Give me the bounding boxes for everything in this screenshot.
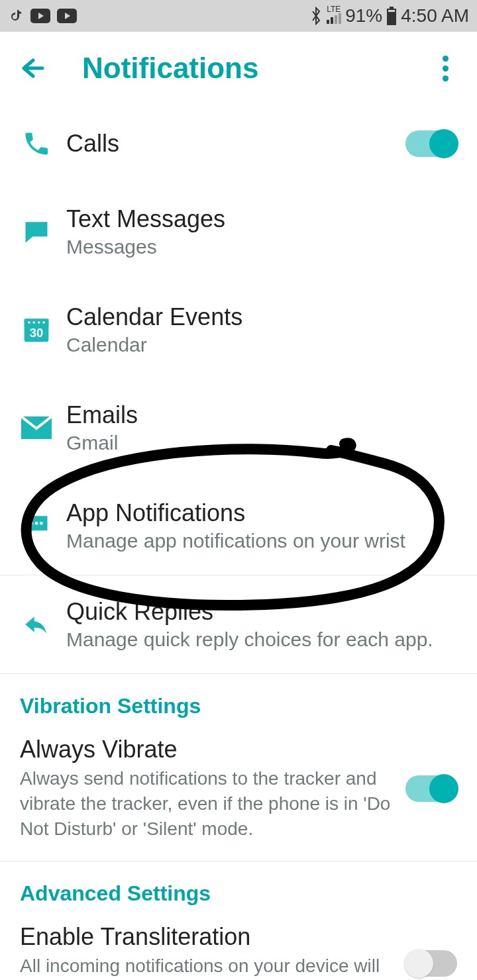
status-right: LTE 91% 4:50 AM (309, 5, 469, 26)
message-icon (20, 215, 53, 248)
row-calls[interactable]: Calls (0, 105, 477, 183)
svg-point-13 (30, 522, 33, 525)
calendar-title: Calendar Events (66, 303, 457, 331)
emails-sub: Gmail (66, 432, 457, 454)
advanced-heading: Advanced Settings (0, 861, 477, 918)
app-bar: Notifications (0, 32, 477, 105)
translit-toggle[interactable] (405, 950, 457, 977)
svg-text:30: 30 (30, 326, 43, 340)
svg-rect-4 (388, 10, 395, 12)
apps-sub: Manage app notifications on your wrist (66, 530, 457, 552)
calls-title: Calls (66, 130, 405, 158)
row-transliteration[interactable]: Enable Transliteration All incoming noti… (0, 918, 477, 980)
phone-icon (20, 127, 53, 160)
calendar-icon: 30 (20, 313, 53, 346)
tiktok-icon (8, 8, 24, 24)
svg-point-10 (42, 321, 45, 324)
youtube-icon-2 (57, 9, 77, 23)
row-calendar[interactable]: 30 Calendar Events Calendar (0, 281, 477, 379)
calls-toggle[interactable] (405, 130, 457, 157)
calendar-sub: Calendar (66, 334, 457, 356)
row-quick-replies[interactable]: Quick Replies Manage quick reply choices… (0, 575, 477, 673)
status-left (8, 8, 77, 24)
svg-point-9 (38, 321, 40, 324)
battery-icon (386, 7, 397, 25)
always-vibrate-toggle[interactable] (405, 775, 457, 802)
youtube-icon (30, 9, 50, 23)
row-always-vibrate[interactable]: Always Vibrate Always send notifications… (0, 730, 477, 861)
row-emails[interactable]: Emails Gmail (0, 379, 477, 477)
settings-list: Calls Text Messages Messages 30 Calendar… (0, 105, 477, 980)
row-texts[interactable]: Text Messages Messages (0, 183, 477, 281)
reply-icon (20, 608, 53, 641)
texts-sub: Messages (66, 236, 457, 258)
vibration-heading: Vibration Settings (0, 674, 477, 730)
texts-title: Text Messages (66, 205, 457, 233)
clock-text: 4:50 AM (401, 5, 469, 26)
bluetooth-icon (309, 7, 323, 25)
translit-title: Enable Transliteration (20, 923, 395, 951)
always-vibrate-sub: Always send notifications to the tracker… (20, 766, 395, 841)
email-icon (20, 411, 53, 444)
page-title: Notifications (82, 52, 429, 85)
back-button[interactable] (16, 52, 48, 84)
status-bar: LTE 91% 4:50 AM (0, 0, 477, 32)
quick-title: Quick Replies (66, 598, 457, 626)
row-app-notifications[interactable]: App Notifications Manage app notificatio… (0, 477, 477, 575)
signal-icon: LTE (327, 5, 341, 24)
svg-point-8 (33, 321, 36, 324)
svg-rect-2 (390, 7, 394, 9)
svg-point-7 (28, 321, 30, 324)
more-menu-button[interactable] (429, 52, 461, 84)
battery-percent: 91% (345, 5, 382, 26)
apps-title: App Notifications (66, 499, 457, 527)
svg-point-15 (40, 522, 43, 525)
emails-title: Emails (66, 401, 457, 429)
svg-point-14 (35, 522, 38, 525)
app-notifications-icon (20, 509, 53, 542)
always-vibrate-title: Always Vibrate (20, 736, 395, 763)
quick-sub: Manage quick reply choices for each app. (66, 628, 457, 651)
translit-sub: All incoming notifications on your devic… (20, 954, 395, 980)
